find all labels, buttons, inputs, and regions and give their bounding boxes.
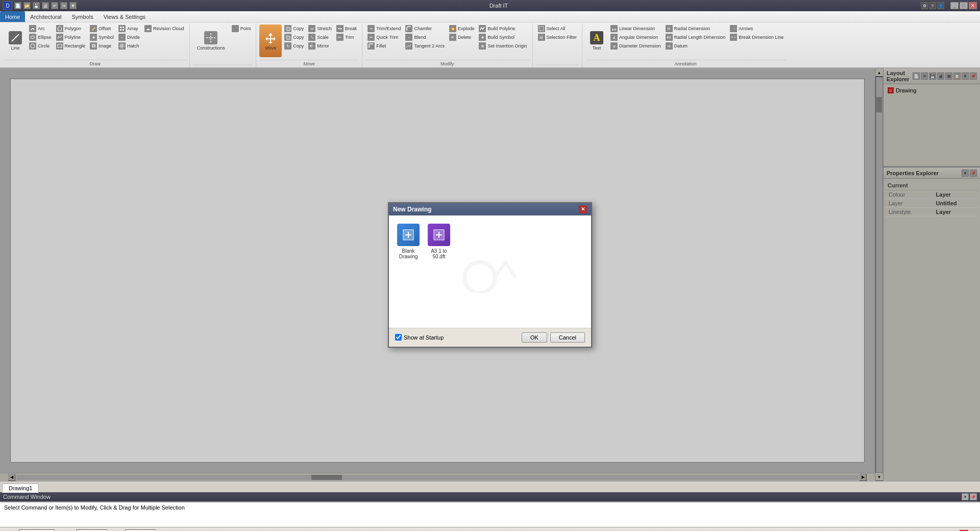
revision-cloud-button[interactable]: ☁ Revision Cloud bbox=[142, 25, 186, 33]
chamfer-button[interactable]: Chamfer bbox=[403, 25, 447, 33]
buildsymbol-button[interactable]: ★ Build Symbol bbox=[477, 33, 529, 41]
svg-rect-16 bbox=[287, 28, 290, 31]
dialog-close-button[interactable]: ✕ bbox=[579, 205, 587, 213]
setinsert-button[interactable]: ⊕ Set Insertion Origin bbox=[477, 42, 529, 50]
print-icon[interactable]: 🖨 bbox=[42, 2, 49, 9]
radiallength-button[interactable]: Rℓ Radial Length Dimension bbox=[664, 33, 728, 41]
radialdim-button[interactable]: R Radial Dimension bbox=[664, 25, 728, 33]
ellipse-button[interactable]: Ellipse bbox=[27, 33, 54, 41]
blend-icon: ~ bbox=[405, 34, 412, 41]
delete-button[interactable]: ✕ Delete bbox=[447, 33, 477, 41]
stretch-button[interactable]: ⇔ Stretch bbox=[306, 25, 334, 33]
modify-col1: ✂ Trim/Extend ✂ Quick Trim Fillet bbox=[365, 25, 403, 50]
text-button[interactable]: A Text bbox=[585, 25, 608, 57]
menu-views-settings[interactable]: Views & Settings bbox=[99, 11, 151, 22]
dialog-ok-button[interactable]: OK bbox=[522, 332, 547, 343]
colour-select[interactable]: Layer bbox=[77, 529, 107, 532]
close-button[interactable]: ✕ bbox=[969, 2, 977, 9]
image-button[interactable]: 🖼 Image bbox=[88, 42, 116, 50]
draw-section-title: Draw bbox=[4, 60, 186, 66]
rectangle-button[interactable]: Rectangle bbox=[54, 42, 88, 50]
mirror-button[interactable]: Mirror bbox=[306, 42, 334, 50]
circle-button[interactable]: Circle bbox=[27, 42, 54, 50]
style-select[interactable]: Layer bbox=[125, 529, 156, 532]
trim-button[interactable]: ✂ Trim bbox=[334, 33, 359, 41]
save-file-icon[interactable]: 💾 bbox=[33, 2, 40, 9]
redo-icon[interactable]: ↪ bbox=[60, 2, 67, 9]
symbol-button[interactable]: ★ Symbol bbox=[88, 33, 116, 41]
new-file-icon[interactable]: 📄 bbox=[14, 2, 21, 9]
diameterdim-button[interactable]: ⌀ Diameter Dimension bbox=[608, 42, 663, 50]
layer-select[interactable]: Untitled bbox=[19, 529, 55, 532]
dialog-footer: Show at Startup OK Cancel bbox=[389, 328, 591, 347]
maximize-button[interactable]: □ bbox=[960, 2, 968, 9]
a3-template-item[interactable]: A3 1 to50.dft bbox=[426, 222, 452, 261]
copy-button[interactable]: Copy bbox=[282, 25, 306, 33]
scale-button[interactable]: ⤡ Scale bbox=[306, 33, 334, 41]
polygon-button[interactable]: Polygon bbox=[54, 25, 88, 33]
fillet-icon bbox=[368, 42, 375, 50]
statusbar: Layer Untitled Colour Layer Style Layer … bbox=[0, 527, 980, 531]
open-file-icon[interactable]: 📂 bbox=[23, 2, 31, 9]
draw-col3: Offset ★ Symbol 🖼 Image bbox=[88, 25, 116, 50]
tab-drawing1[interactable]: Drawing1 bbox=[2, 484, 39, 493]
help-icon[interactable]: ? bbox=[929, 2, 936, 9]
point-button[interactable]: · Point bbox=[230, 25, 253, 33]
diameterdim-label: Diameter Dimension bbox=[619, 43, 661, 49]
dialog-cancel-button[interactable]: Cancel bbox=[550, 332, 585, 343]
quicktrim-button[interactable]: ✂ Quick Trim bbox=[365, 33, 403, 41]
offset-button[interactable]: Offset bbox=[88, 25, 116, 33]
move-button[interactable]: Move bbox=[259, 25, 282, 57]
offset-label: Offset bbox=[99, 26, 111, 31]
arrows-button[interactable]: → Arrows bbox=[728, 25, 786, 33]
blank-drawing-label: BlankDrawing bbox=[399, 248, 418, 259]
diameterdim-icon: ⌀ bbox=[610, 42, 618, 50]
break-button[interactable]: Break bbox=[334, 25, 359, 33]
watermark bbox=[459, 252, 521, 298]
hatch-button[interactable]: Hatch bbox=[116, 42, 142, 50]
selfilt-button[interactable]: ⊟ Selection Filter bbox=[536, 33, 579, 41]
app-logo-icon: D bbox=[3, 1, 12, 10]
constructions-button[interactable]: Constructions bbox=[193, 25, 229, 57]
symbol-icon: ★ bbox=[90, 34, 97, 41]
polyline-icon bbox=[56, 34, 63, 41]
datum-icon: ⊲ bbox=[666, 42, 673, 50]
tang2arcs-button[interactable]: Tangent 2 Arcs bbox=[403, 42, 447, 50]
fillet-label: Fillet bbox=[376, 43, 386, 49]
line-label: Line bbox=[11, 45, 19, 51]
menu-symbols[interactable]: Symbols bbox=[66, 11, 98, 22]
cw-pin-icon[interactable]: 📌 bbox=[970, 493, 977, 500]
blend-button[interactable]: ~ Blend bbox=[403, 33, 447, 41]
copy2-button[interactable]: Copy bbox=[282, 33, 306, 41]
minimize-button[interactable]: _ bbox=[950, 2, 959, 9]
fillet-button[interactable]: Fillet bbox=[365, 42, 403, 50]
explode-button[interactable]: 💥 Explode bbox=[447, 25, 477, 33]
stretch-icon: ⇔ bbox=[308, 25, 315, 32]
trimextend-button[interactable]: ✂ Trim/Extend bbox=[365, 25, 403, 33]
datum-button[interactable]: ⊲ Datum bbox=[664, 42, 728, 50]
line-button[interactable]: Line bbox=[4, 25, 27, 57]
array-button[interactable]: Array bbox=[116, 25, 142, 33]
angulardim-button[interactable]: ∠ Angular Dimension bbox=[608, 33, 663, 41]
arc-button[interactable]: Arc bbox=[27, 25, 54, 33]
mirror-label: Mirror bbox=[317, 43, 329, 49]
copy2-label: Copy bbox=[293, 35, 304, 40]
show-at-startup-checkbox[interactable] bbox=[395, 334, 402, 341]
setinsert-icon: ⊕ bbox=[479, 42, 486, 50]
breakdimline-button[interactable]: Break Dimension Line bbox=[728, 33, 786, 41]
user-icon[interactable]: 👤 bbox=[937, 2, 944, 9]
toolbar-extra-icon[interactable]: ⚙ bbox=[921, 2, 928, 9]
menu-architectural[interactable]: Architectural bbox=[25, 11, 66, 22]
buildpolyline-button[interactable]: Build Polyline bbox=[477, 25, 529, 33]
rotate-button[interactable]: ↻ Copy bbox=[282, 42, 306, 50]
lineardim-button[interactable]: Linear Dimension bbox=[608, 25, 663, 33]
blank-drawing-template[interactable]: BlankDrawing bbox=[395, 222, 422, 261]
extra-icon[interactable]: ▼ bbox=[69, 2, 77, 9]
undo-icon[interactable]: ↩ bbox=[51, 2, 58, 9]
divide-button[interactable]: ÷ Divide bbox=[116, 33, 142, 41]
polyline-button[interactable]: Polyline bbox=[54, 33, 88, 41]
selectall-button[interactable]: Select All bbox=[536, 25, 579, 33]
cw-arrow-icon[interactable]: ▼ bbox=[962, 493, 969, 500]
menu-home[interactable]: Home bbox=[0, 11, 25, 22]
draw-col4: Array ÷ Divide Hatch bbox=[116, 25, 142, 50]
